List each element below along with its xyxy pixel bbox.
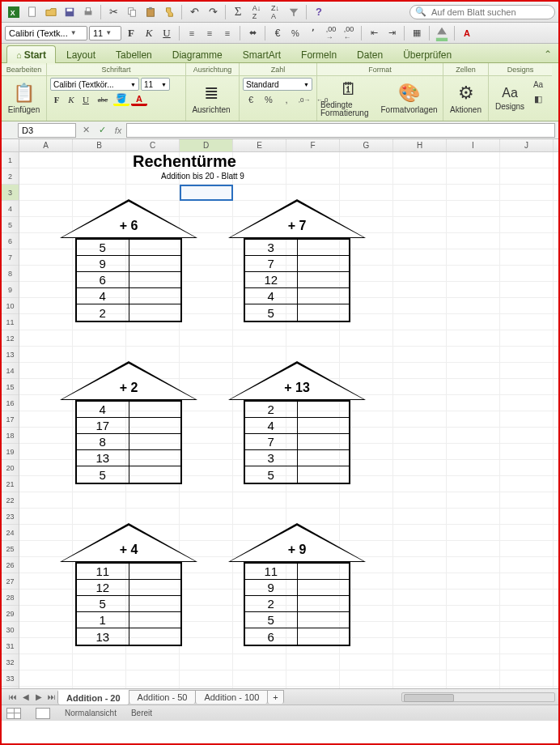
row-header-8[interactable]: 8: [2, 266, 19, 282]
col-header-H[interactable]: H: [393, 139, 447, 151]
ribbon-fill-color[interactable]: 🪣: [113, 93, 129, 106]
tab-nav-last-icon[interactable]: ⏭: [45, 692, 58, 701]
tower-answer[interactable]: [298, 564, 350, 579]
tower-answer[interactable]: [129, 256, 181, 271]
tower-answer[interactable]: [129, 596, 181, 611]
row-header-32[interactable]: 32: [2, 654, 19, 670]
cut-icon[interactable]: ✂: [104, 4, 122, 20]
row-header-19[interactable]: 19: [2, 444, 19, 460]
name-box[interactable]: D3: [18, 123, 76, 138]
tower-answer[interactable]: [298, 418, 350, 433]
sort-za-icon[interactable]: Z↓A: [266, 4, 284, 20]
horizontal-scrollbar[interactable]: [401, 692, 555, 702]
row-header-5[interactable]: 5: [2, 217, 19, 233]
row-header-26[interactable]: 26: [2, 557, 19, 573]
conditional-format-button[interactable]: 🗓 Bedingte Formatierung: [320, 78, 376, 118]
col-header-D[interactable]: D: [180, 139, 233, 151]
sort-az-icon[interactable]: A↓Z: [248, 4, 265, 20]
ribbon-collapse-icon[interactable]: ⌃: [537, 46, 558, 62]
col-header-A[interactable]: A: [19, 139, 73, 151]
bold-button[interactable]: F: [123, 26, 139, 40]
comma-btn[interactable]: ,: [278, 93, 295, 106]
tower-answer[interactable]: [129, 402, 181, 417]
row-header-12[interactable]: 12: [2, 330, 19, 347]
sheet-tab-1[interactable]: Addition - 50: [129, 690, 197, 704]
tower-answer[interactable]: [298, 450, 350, 466]
indent-dec-icon[interactable]: ⇤: [366, 27, 382, 40]
cancel-formula-icon[interactable]: ✕: [78, 125, 94, 135]
sheet-tab-2[interactable]: Addition - 100: [195, 690, 268, 704]
tower-answer[interactable]: [129, 304, 181, 321]
col-header-J[interactable]: J: [500, 139, 554, 151]
align-center-icon[interactable]: ≡: [202, 27, 218, 40]
row-header-14[interactable]: 14: [2, 363, 19, 379]
row-header-30[interactable]: 30: [2, 622, 19, 638]
tower-answer[interactable]: [298, 580, 350, 595]
print-icon[interactable]: [79, 4, 97, 20]
ribbon-size-combo[interactable]: 11▼: [141, 78, 170, 91]
fill-color-icon[interactable]: [434, 27, 450, 40]
cell-styles-button[interactable]: 🎨 Formatvorlagen: [379, 78, 439, 118]
tower-answer[interactable]: [298, 612, 350, 628]
search-input[interactable]: [430, 6, 549, 18]
row-header-10[interactable]: 10: [2, 298, 19, 314]
row-header-23[interactable]: 23: [2, 509, 19, 525]
filter-icon[interactable]: [285, 4, 303, 20]
new-doc-icon[interactable]: [23, 4, 41, 20]
row-header-21[interactable]: 21: [2, 476, 19, 492]
row-header-13[interactable]: 13: [2, 347, 19, 363]
tower-answer[interactable]: [298, 304, 350, 321]
row-header-33[interactable]: 33: [2, 670, 19, 687]
save-icon[interactable]: [61, 4, 78, 20]
ribbon-bold[interactable]: F: [50, 93, 63, 106]
comma-icon[interactable]: ٬: [305, 27, 321, 40]
row-header-24[interactable]: 24: [2, 525, 19, 541]
tower-answer[interactable]: [298, 402, 350, 417]
row-header-31[interactable]: 31: [2, 638, 19, 654]
dec-inc-btn[interactable]: ,0→: [296, 93, 312, 106]
formula-input[interactable]: [126, 123, 555, 138]
col-header-E[interactable]: E: [233, 139, 286, 151]
tab-nav-prev-icon[interactable]: ◀: [19, 692, 32, 701]
indent-inc-icon[interactable]: ⇥: [384, 27, 400, 40]
tower-answer[interactable]: [129, 288, 181, 304]
sheet-tab-0[interactable]: Addition - 20: [57, 690, 129, 705]
tower-answer[interactable]: [298, 256, 350, 271]
tab-nav-first-icon[interactable]: ⏮: [6, 692, 19, 701]
row-header-3[interactable]: 3: [2, 185, 19, 201]
row-header-18[interactable]: 18: [2, 428, 19, 444]
ribbon-font-color[interactable]: A: [131, 93, 147, 106]
tab-nav-next-icon[interactable]: ▶: [32, 692, 45, 701]
cells-area[interactable]: Rechentürme Addition bis 20 - Blatt 9 + …: [19, 152, 558, 688]
select-all-corner[interactable]: [2, 139, 19, 151]
tab-diagramme[interactable]: Diagramme: [163, 45, 232, 63]
merge-icon[interactable]: ⬌: [244, 27, 261, 40]
row-header-17[interactable]: 17: [2, 411, 19, 428]
row-header-6[interactable]: 6: [2, 233, 19, 249]
tower-answer[interactable]: [129, 240, 181, 255]
row-header-20[interactable]: 20: [2, 460, 19, 476]
tower-answer[interactable]: [129, 450, 181, 466]
row-header-4[interactable]: 4: [2, 201, 19, 217]
row-header-7[interactable]: 7: [2, 249, 19, 266]
percent-btn[interactable]: %: [261, 93, 277, 106]
theme-font-btn[interactable]: Aa: [530, 78, 546, 91]
tower-answer[interactable]: [298, 596, 350, 611]
row-header-15[interactable]: 15: [2, 379, 19, 395]
row-header-25[interactable]: 25: [2, 541, 19, 557]
tower-answer[interactable]: [298, 272, 350, 287]
currency-btn[interactable]: €: [243, 93, 259, 106]
tower-answer[interactable]: [129, 272, 181, 287]
paste-icon[interactable]: [142, 4, 159, 20]
themes-button[interactable]: Aa Designs: [492, 78, 528, 118]
tab-ueberpruefen[interactable]: Überprüfen: [393, 45, 461, 63]
accept-formula-icon[interactable]: ✓: [94, 125, 110, 135]
underline-button[interactable]: U: [159, 26, 175, 40]
currency-icon[interactable]: €: [269, 27, 286, 40]
italic-button[interactable]: K: [141, 26, 157, 40]
excel-icon[interactable]: X: [5, 4, 23, 20]
tab-start[interactable]: ⌂Start: [6, 45, 56, 63]
number-format-combo[interactable]: Standard▼: [243, 78, 312, 91]
search-box[interactable]: 🔍: [409, 5, 555, 19]
tab-tabellen[interactable]: Tabellen: [106, 45, 162, 63]
